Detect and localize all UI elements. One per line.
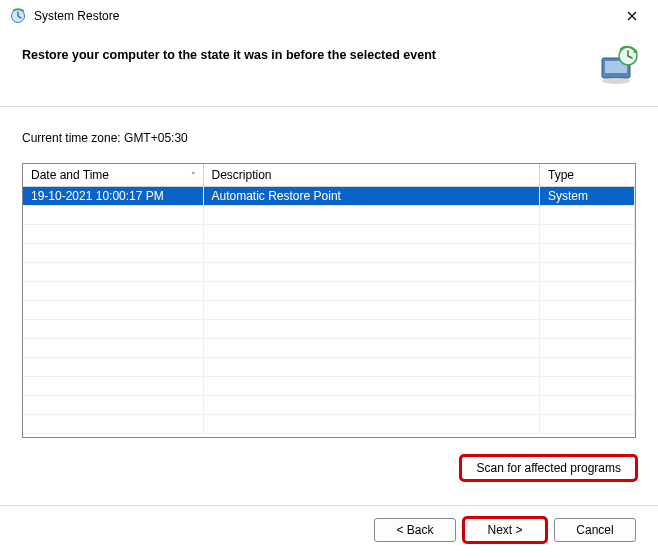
footer: < Back Next > Cancel [0, 505, 658, 558]
table-row[interactable]: 19-10-2021 10:00:17 PM Automatic Restore… [23, 187, 635, 206]
table-row: . [23, 377, 635, 396]
table-row: . [23, 225, 635, 244]
cancel-button[interactable]: Cancel [554, 518, 636, 542]
sort-desc-icon: ⌄ [190, 167, 197, 176]
table-row: . [23, 206, 635, 225]
cell-desc: Automatic Restore Point [203, 187, 540, 206]
table-row: . [23, 415, 635, 434]
scan-affected-button[interactable]: Scan for affected programs [461, 456, 636, 480]
cell-date: 19-10-2021 10:00:17 PM [23, 187, 203, 206]
close-icon [627, 11, 637, 21]
restore-large-icon [596, 44, 640, 88]
table-row: . [23, 301, 635, 320]
column-type[interactable]: Type [540, 164, 635, 187]
timezone-label: Current time zone: GMT+05:30 [22, 131, 636, 145]
column-date[interactable]: Date and Time ⌄ [23, 164, 203, 187]
restore-icon [10, 8, 26, 24]
scan-row: Scan for affected programs [22, 456, 636, 480]
close-button[interactable] [609, 1, 654, 31]
table-row: . [23, 358, 635, 377]
table-row: . [23, 244, 635, 263]
page-heading: Restore your computer to the state it wa… [22, 44, 584, 62]
table-row: . [23, 320, 635, 339]
next-button[interactable]: Next > [464, 518, 546, 542]
svg-point-4 [602, 78, 630, 84]
content-area: Current time zone: GMT+05:30 Date and Ti… [0, 106, 658, 490]
restore-points-table[interactable]: Date and Time ⌄ Description Type 19-10-2… [22, 163, 636, 438]
cell-type: System [540, 187, 635, 206]
table-row: . [23, 263, 635, 282]
header-row: Restore your computer to the state it wa… [0, 32, 658, 106]
table-row: . [23, 339, 635, 358]
table-header-row[interactable]: Date and Time ⌄ Description Type [23, 164, 635, 187]
titlebar: System Restore [0, 0, 658, 32]
column-description[interactable]: Description [203, 164, 540, 187]
window-title: System Restore [34, 9, 609, 23]
back-button[interactable]: < Back [374, 518, 456, 542]
table-row: . [23, 282, 635, 301]
table-row: . [23, 396, 635, 415]
